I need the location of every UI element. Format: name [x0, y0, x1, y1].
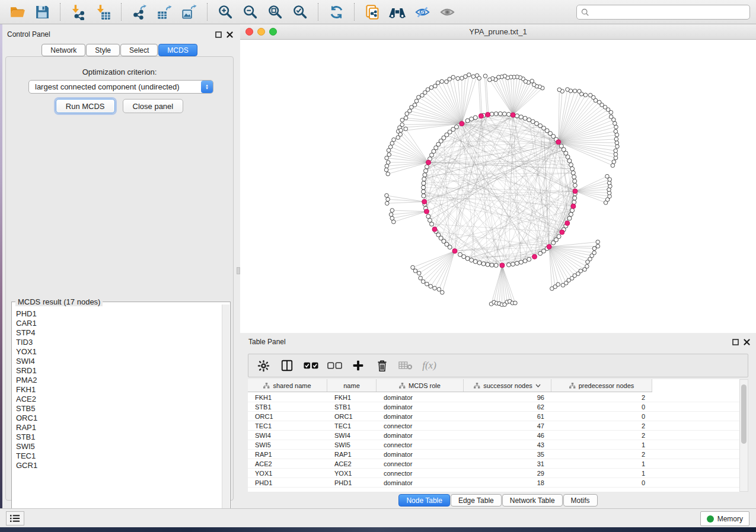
mcds-result-item[interactable]: SWI4: [16, 357, 219, 366]
search-input[interactable]: [592, 8, 745, 17]
control-panel: Control Panel Network Style Select MCDS …: [2, 24, 237, 508]
table-row[interactable]: ORC1ORC1dominator610: [248, 412, 739, 421]
show-columns-icon[interactable]: [279, 358, 295, 373]
mcds-result-item[interactable]: SWI5: [16, 442, 219, 451]
table-cell-shared_name: ORC1: [248, 412, 327, 421]
table-cell-shared_name: RAP1: [248, 450, 327, 459]
node-table-body: FKH1FKH1dominator962STB1STB1dominator620…: [248, 393, 739, 492]
mcds-result-item[interactable]: TID3: [16, 338, 219, 347]
mcds-result-item[interactable]: STB5: [16, 404, 219, 414]
table-panel: Table Panel f(x) shared namenameMCDS rol…: [240, 334, 756, 508]
mcds-result-item[interactable]: STP4: [16, 328, 219, 338]
table-cell-name: YOX1: [327, 469, 377, 477]
mcds-result-item[interactable]: PHD1: [16, 309, 219, 319]
run-mcds-button[interactable]: Run MCDS: [56, 99, 115, 113]
refresh-view-icon[interactable]: [327, 3, 345, 21]
delete-column-disabled-icon: [398, 358, 413, 373]
float-table-panel-icon[interactable]: [732, 339, 739, 345]
zoom-out-icon[interactable]: [241, 3, 259, 21]
mcds-result-item[interactable]: YOX1: [16, 347, 219, 357]
close-panel-icon[interactable]: [227, 31, 233, 38]
table-cell-mcds_role: connector: [377, 469, 464, 477]
mcds-result-item[interactable]: FKH1: [16, 385, 219, 395]
table-row[interactable]: ACE2ACE2connector311: [248, 459, 739, 469]
zoom-in-icon[interactable]: [216, 3, 234, 21]
table-row[interactable]: YOX1YOX1connector291: [248, 469, 739, 478]
tab-node-table[interactable]: Node Table: [398, 494, 450, 507]
network-title: YPA_prune.txt_1: [240, 27, 756, 36]
table-options-gear-icon[interactable]: [256, 358, 271, 373]
criterion-select[interactable]: largest connected component (undirected)…: [28, 80, 213, 94]
table-cell-successor_nodes: 47: [464, 421, 551, 430]
network-graph[interactable]: [240, 40, 755, 332]
table-row[interactable]: STB1STB1dominator620: [248, 402, 739, 412]
table-cell-shared_name: STB1: [248, 402, 327, 411]
column-header-MCDS-role[interactable]: MCDS role: [377, 379, 464, 392]
delete-selected-icon[interactable]: [374, 358, 390, 373]
mcds-result-item[interactable]: ACE2: [16, 395, 219, 404]
table-cell-predecessor_nodes: 0: [551, 478, 652, 487]
clone-network-icon[interactable]: [363, 3, 381, 21]
open-file-icon[interactable]: [8, 3, 26, 21]
mcds-result-item[interactable]: ORC1: [16, 414, 219, 423]
table-cell-shared_name: SWI5: [248, 440, 327, 449]
mcds-result-item[interactable]: GCR1: [16, 461, 219, 470]
tab-mcds[interactable]: MCDS: [158, 44, 197, 56]
show-all-eye-icon[interactable]: [438, 3, 456, 21]
table-row[interactable]: SWI5SWI5connector431: [248, 440, 739, 450]
mcds-result-item[interactable]: SRD1: [16, 366, 219, 376]
table-row[interactable]: RAP1RAP1dominator352: [248, 450, 739, 459]
import-table-icon[interactable]: [94, 3, 112, 21]
toolbar-separator: [354, 3, 355, 21]
tab-network-table[interactable]: Network Table: [502, 494, 563, 507]
tab-motifs[interactable]: Motifs: [563, 494, 598, 507]
task-history-button[interactable]: [6, 511, 24, 525]
close-table-panel-icon[interactable]: [744, 339, 750, 345]
node-table[interactable]: shared namenameMCDS rolesuccessor nodesp…: [248, 379, 739, 492]
table-row[interactable]: TEC1TEC1connector472: [248, 421, 739, 431]
fit-content-icon[interactable]: [266, 3, 284, 21]
search-network-icon[interactable]: [388, 3, 406, 21]
fit-selected-icon[interactable]: [291, 3, 309, 21]
save-session-icon[interactable]: [33, 3, 51, 21]
hide-selected-eye-icon[interactable]: [413, 3, 431, 21]
import-network-icon[interactable]: [69, 3, 87, 21]
table-row[interactable]: PHD1PHD1dominator180: [248, 478, 739, 488]
close-panel-button[interactable]: Close panel: [123, 99, 184, 113]
mcds-result-item[interactable]: STB1: [16, 432, 219, 442]
table-cell-predecessor_nodes: 0: [551, 402, 652, 411]
mcds-result-title: MCDS result (17 nodes): [15, 297, 103, 306]
memory-status-icon: [707, 515, 714, 523]
tab-style[interactable]: Style: [86, 44, 120, 56]
table-row[interactable]: SWI4SWI4dominator462: [248, 431, 739, 440]
export-table-icon[interactable]: [155, 3, 173, 21]
table-bottom-tabs: Node Table Edge Table Network Table Moti…: [240, 494, 756, 507]
export-network-icon[interactable]: [130, 3, 148, 21]
add-column-icon[interactable]: [350, 358, 366, 373]
mcds-result-item[interactable]: CAR1: [16, 319, 219, 328]
tab-network[interactable]: Network: [42, 44, 85, 56]
float-panel-icon[interactable]: [215, 31, 222, 38]
column-header-successor-nodes[interactable]: successor nodes: [464, 379, 551, 392]
toolbar-search[interactable]: [576, 5, 750, 20]
column-header-shared-name[interactable]: shared name: [248, 379, 327, 392]
mcds-result-scrollbar[interactable]: [222, 305, 229, 520]
memory-button[interactable]: Memory: [700, 511, 749, 526]
mcds-result-item[interactable]: TEC1: [16, 451, 219, 461]
table-cell-mcds_role: dominator: [377, 412, 464, 421]
table-scrollbar-thumb[interactable]: [741, 384, 747, 444]
network-canvas[interactable]: [240, 40, 755, 332]
table-cell-predecessor_nodes: 1: [551, 469, 652, 477]
select-all-rows-icon[interactable]: [303, 358, 318, 373]
column-header-name[interactable]: name: [327, 379, 377, 392]
column-header-predecessor-nodes[interactable]: predecessor nodes: [551, 379, 652, 392]
table-scrollbar[interactable]: [739, 379, 748, 492]
deselect-all-rows-icon[interactable]: [327, 358, 342, 373]
table-row[interactable]: FKH1FKH1dominator962: [248, 393, 739, 402]
mcds-result-item[interactable]: PMA2: [16, 376, 219, 385]
table-cell-predecessor_nodes: 2: [551, 431, 652, 440]
tab-edge-table[interactable]: Edge Table: [451, 494, 502, 507]
mcds-result-item[interactable]: RAP1: [16, 423, 219, 432]
tab-select[interactable]: Select: [120, 44, 158, 56]
export-image-icon[interactable]: [180, 3, 198, 21]
